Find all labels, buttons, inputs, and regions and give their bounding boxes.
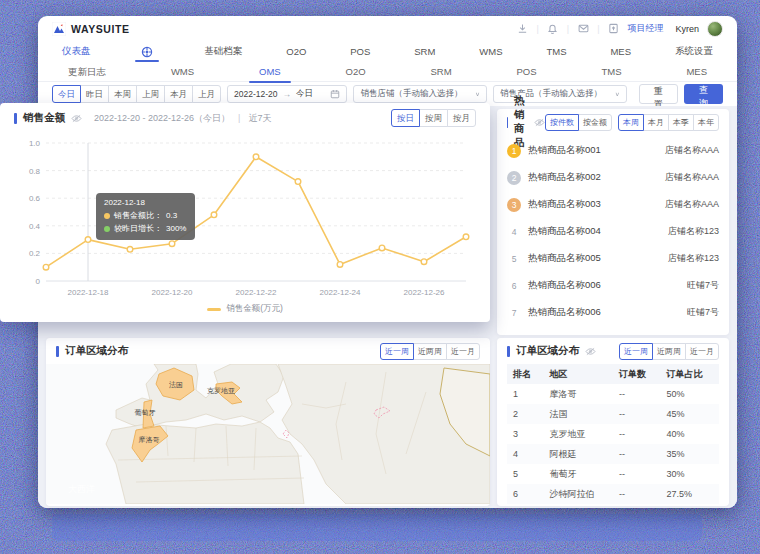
tab-o2o[interactable]: O2O (346, 62, 366, 82)
eye-off-icon[interactable] (534, 118, 545, 127)
nav-dashboard[interactable]: 仪表盘 (62, 45, 91, 58)
tooltip-value: 300% (166, 224, 186, 233)
tab-oms[interactable]: OMS (259, 62, 281, 82)
world-map[interactable]: 法国 克罗地亚 葡萄牙 摩洛哥 大西洋 (46, 364, 490, 504)
shop-name: 店铺名称AAA (665, 198, 719, 211)
download-icon[interactable] (516, 23, 528, 35)
waysuite-logo-icon (52, 22, 66, 36)
role-link[interactable]: 项目经理 (627, 22, 663, 35)
tooltip-label: 较昨日增长： (114, 223, 162, 234)
col-share: 订单占比 (661, 364, 720, 384)
bell-icon[interactable] (547, 23, 559, 35)
product-name: 热销商品名称001 (528, 144, 658, 157)
hot-products-list: 1 热销商品名称001 店铺名称AAA 2 热销商品名称002 店铺名称AAA … (497, 135, 729, 326)
shop-name: 店铺名称AAA (665, 144, 719, 157)
sales-chart-area[interactable]: 00.20.40.60.81.02022-12-182022-12-202022… (12, 133, 478, 303)
tooltip-label: 销售金额比： (114, 210, 162, 221)
nav-item-archives[interactable]: 基础档案 (204, 45, 242, 58)
mail-icon[interactable] (577, 23, 589, 35)
svg-text:2022-12-26: 2022-12-26 (404, 288, 445, 297)
tab-tms[interactable]: TMS (601, 62, 621, 82)
range-lastweek-button[interactable]: 上周 (136, 85, 165, 103)
tab-wms[interactable]: WMS (171, 62, 194, 82)
list-item: 4 热销商品名称004 店铺名称123 (507, 218, 719, 245)
this-month-button[interactable]: 本月 (643, 114, 669, 131)
range-yesterday-button[interactable]: 昨日 (80, 85, 109, 103)
map-label-france: 法国 (169, 381, 183, 389)
brand-name: WAYSUITE (71, 23, 130, 35)
map-panel-header: 订单区域分布 近一周 近两周 近一月 (46, 338, 490, 364)
nav-item-o2o[interactable]: O2O (286, 46, 306, 57)
range-lastmonth-button[interactable]: 上月 (192, 85, 221, 103)
list-item: 7 热销商品名称006 旺铺7号 (507, 299, 719, 326)
map-label-atlantic: 大西洋 (68, 484, 95, 494)
tab-srm[interactable]: SRM (430, 62, 451, 82)
title-marker (507, 117, 508, 128)
this-week-button[interactable]: 本周 (618, 114, 644, 131)
title-marker (56, 346, 59, 357)
list-item: 2 热销商品名称002 店铺名称AAA (507, 164, 719, 191)
region-table-header: 订单区域分布 近一周 近两周 近一月 (497, 338, 729, 364)
by-day-button[interactable]: 按日 (391, 109, 420, 127)
nav-item-srm[interactable]: SRM (414, 46, 435, 57)
this-year-button[interactable]: 本年 (693, 114, 719, 131)
reset-button[interactable]: 重置 (639, 84, 678, 104)
hot-metric-group: 按件数 按金额 (545, 114, 612, 131)
rank-badge: 1 (507, 144, 521, 158)
range-thisweek-button[interactable]: 本周 (108, 85, 137, 103)
avatar[interactable] (707, 21, 723, 37)
list-item: 6 热销商品名称006 旺铺7号 (507, 272, 719, 299)
date-range-picker[interactable]: 2022-12-20 → 今日 (227, 85, 347, 103)
bottom-accent-strip (52, 514, 702, 541)
last-week-button[interactable]: 近一周 (380, 343, 414, 360)
chart-legend[interactable]: 销售金额(万元) (0, 303, 490, 315)
nav-item-wms[interactable]: WMS (479, 46, 502, 57)
document-icon[interactable] (607, 23, 619, 35)
last-week-button[interactable]: 近一周 (619, 343, 653, 360)
rank-badge: 4 (507, 225, 521, 239)
product-name: 热销商品名称005 (528, 252, 661, 265)
divider: | (597, 24, 599, 34)
svg-text:0: 0 (36, 277, 41, 286)
shop-select[interactable]: 销售店铺（手动输入选择） ∨ (353, 85, 487, 103)
nav-item-settings[interactable]: 系统设置 (675, 45, 713, 58)
legend-label: 销售金额(万元) (226, 303, 283, 315)
range-today-button[interactable]: 今日 (52, 85, 81, 103)
sales-panel-title: 销售金额 (23, 111, 65, 125)
table-row: 4阿根廷--35% (507, 444, 719, 464)
nav-item-pos[interactable]: POS (350, 46, 370, 57)
tab-changelog[interactable]: 更新日志 (68, 62, 106, 82)
by-amount-button[interactable]: 按金额 (578, 114, 612, 131)
range-thismonth-button[interactable]: 本月 (164, 85, 193, 103)
secondary-nav: 更新日志 WMS OMS O2O SRM POS TMS MES (38, 62, 737, 82)
this-quarter-button[interactable]: 本季 (668, 114, 694, 131)
nav-item-mes[interactable]: MES (610, 46, 631, 57)
hot-products-title: 热销商品 (514, 94, 528, 150)
last-two-weeks-button[interactable]: 近两周 (413, 343, 447, 360)
last-month-button[interactable]: 近一月 (446, 343, 480, 360)
svg-text:0.4: 0.4 (29, 222, 41, 231)
title-marker (14, 113, 17, 124)
eye-off-icon[interactable] (71, 114, 82, 123)
sales-date-range: 2022-12-20 - 2022-12-26（今日） (94, 112, 230, 125)
eye-off-icon[interactable] (585, 347, 596, 356)
list-item: 5 热销商品名称005 店铺名称123 (507, 245, 719, 272)
table-header-row: 排名 地区 订单数 订单占比 (507, 364, 719, 384)
last-month-button[interactable]: 近一月 (685, 343, 719, 360)
svg-text:0.6: 0.6 (29, 194, 41, 203)
tab-pos[interactable]: POS (517, 62, 537, 82)
by-week-button[interactable]: 按周 (419, 109, 448, 127)
search-button[interactable]: 查询 (684, 84, 723, 104)
tab-mes[interactable]: MES (686, 62, 707, 82)
by-month-button[interactable]: 按月 (447, 109, 476, 127)
table-row: 6沙特阿拉伯--27.5% (507, 484, 719, 504)
tab-dashboard-active[interactable] (134, 41, 160, 62)
shop-name: 店铺名称AAA (665, 171, 719, 184)
rank-badge: 6 (507, 279, 521, 293)
svg-text:2022-12-18: 2022-12-18 (68, 288, 109, 297)
product-name: 热销商品名称002 (528, 171, 658, 184)
nav-item-tms[interactable]: TMS (546, 46, 566, 57)
by-count-button[interactable]: 按件数 (545, 114, 579, 131)
chart-tooltip: 2022-12-18 销售金额比： 0.3 较昨日增长： 300% (96, 193, 195, 240)
last-two-weeks-button[interactable]: 近两周 (652, 343, 686, 360)
